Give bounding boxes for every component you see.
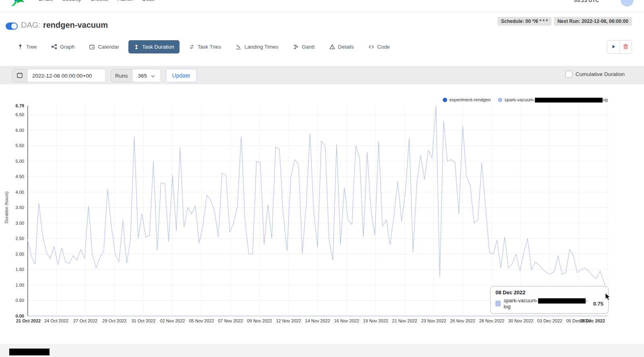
tab-code[interactable]: Code — [363, 40, 395, 53]
y-tick-label: 2.50 — [8, 236, 24, 241]
legend-item[interactable]: spark-vacuum-og — [498, 97, 608, 103]
cumulative-duration-checkbox[interactable] — [566, 71, 572, 78]
dag-label: DAG: — [21, 21, 41, 29]
x-tick-label: 16 Nov 2022 — [334, 318, 359, 323]
x-tick-label: 21 Nov 2022 — [392, 318, 417, 323]
play-icon — [611, 44, 616, 51]
tab-label: Tree — [26, 44, 37, 50]
base-date-input[interactable] — [27, 69, 105, 82]
x-tick-label: 26 Nov 2022 — [450, 318, 475, 323]
y-tick-label: 0.50 — [8, 298, 24, 303]
toggle-knob — [11, 23, 17, 29]
page-footer — [0, 344, 644, 357]
y-tick-label: 6.50 — [8, 112, 24, 117]
next-run-badge: Next Run: 2022-12-08, 06:00:00 — [554, 17, 632, 26]
nav-item-dags[interactable]: DAGs — [39, 0, 53, 2]
y-tick-label: 5.50 — [8, 143, 24, 148]
retry-icon — [189, 44, 195, 50]
schedule-badge: Schedule: 00 */6 * * * — [497, 17, 551, 26]
graph-icon — [51, 44, 57, 50]
tooltip-series-row: spark-vacuum--log 0.75 — [495, 298, 603, 310]
redaction-block — [9, 349, 50, 355]
y-tick-label: 5.00 — [8, 159, 24, 164]
chart-legend: experiment-rendgenspark-vacuum-og — [443, 97, 608, 103]
user-avatar[interactable] — [621, 0, 634, 6]
calendar-icon — [89, 44, 95, 50]
x-tick-label: 29 Oct 2022 — [102, 318, 126, 323]
hourglass-icon — [134, 44, 139, 50]
y-tick-label: 0.00 — [8, 314, 24, 318]
tab-landing-times[interactable]: Landing Times — [230, 40, 284, 53]
utc-clock: 05:23 UTC — [574, 0, 599, 3]
tooltip-series-name: spark-vacuum--log — [504, 298, 588, 310]
y-tick-label: 6.79 — [8, 103, 24, 108]
x-tick-label: 03 Dec 2022 — [537, 318, 562, 323]
x-tick-label: 27 Oct 2022 — [73, 318, 97, 323]
tab-label: Task Duration — [142, 44, 174, 50]
chart-filter-bar: Runs 365 Update Cumulative Duration — [0, 66, 644, 84]
nav-menu: DAGsSecurityBrowseAdminDocs — [39, 0, 154, 2]
y-tick-label: 4.50 — [8, 174, 24, 179]
x-tick-label: 09 Nov 2022 — [247, 318, 272, 323]
warning-triangle-icon — [329, 44, 335, 50]
tab-graph[interactable]: Graph — [46, 40, 80, 53]
tabs: TreeGraphCalendarTask DurationTask Tries… — [12, 40, 632, 53]
x-tick-label: 28 Nov 2022 — [479, 318, 504, 323]
line-plot — [27, 106, 611, 318]
legend-label: spark-vacuum-og — [504, 97, 608, 103]
y-tick-label: 1.50 — [8, 267, 24, 272]
cumulative-duration-label: Cumulative Duration — [576, 71, 625, 77]
tab-task-duration[interactable]: Task Duration — [128, 40, 179, 53]
tab-gantt[interactable]: Gantt — [288, 40, 320, 53]
num-runs-select[interactable]: 365 — [132, 69, 161, 82]
update-button[interactable]: Update — [166, 69, 197, 82]
trigger-dag-button[interactable] — [607, 41, 619, 53]
tab-calendar[interactable]: Calendar — [84, 40, 124, 53]
tab-details[interactable]: Details — [324, 40, 359, 53]
nav-item-docs[interactable]: Docs — [142, 0, 155, 2]
calendar-picker-icon — [17, 72, 23, 80]
nav-item-security[interactable]: Security — [62, 0, 81, 2]
legend-dot — [498, 98, 502, 102]
tab-label: Code — [377, 44, 390, 50]
dag-header: DAG:rendgen-vacuum Schedule: 00 */6 * * … — [0, 12, 644, 41]
view-tab-bar: TreeGraphCalendarTask DurationTask Tries… — [12, 40, 632, 57]
y-tick-label: 2.00 — [8, 252, 24, 256]
redaction-block — [538, 298, 586, 304]
y-tick-label: 4.00 — [8, 190, 24, 195]
page-title: DAG:rendgen-vacuum — [21, 21, 108, 30]
runs-label: Runs — [111, 69, 132, 82]
airflow-logo[interactable] — [10, 0, 25, 10]
y-tick-label: 3.50 — [8, 205, 24, 210]
trash-icon — [623, 43, 629, 51]
num-runs-value: 365 — [138, 73, 147, 79]
delete-dag-button[interactable] — [619, 41, 632, 53]
redaction-block — [535, 98, 603, 103]
y-tick-label: 1.00 — [8, 283, 24, 287]
mouse-cursor — [605, 293, 612, 303]
tab-label: Gantt — [302, 44, 315, 50]
x-tick-label: 12 Nov 2022 — [276, 318, 301, 323]
nav-item-admin[interactable]: Admin — [118, 0, 133, 2]
chart-tooltip: 08 Dec 2022 spark-vacuum--log 0.75 — [490, 286, 609, 314]
dag-pause-toggle[interactable] — [6, 23, 18, 30]
cumulative-control: Cumulative Duration — [566, 71, 625, 78]
legend-item[interactable]: experiment-rendgen — [443, 97, 491, 102]
y-tick-label: 3.00 — [8, 221, 24, 226]
top-navbar: DAGsSecurityBrowseAdminDocs 05:23 UTC — [0, 0, 644, 12]
legend-label: experiment-rendgen — [449, 97, 491, 102]
x-tick-label: 30 Nov 2022 — [508, 318, 533, 323]
x-tick-label: 05 Nov 2022 — [189, 318, 214, 323]
nav-item-browse[interactable]: Browse — [91, 0, 108, 2]
dag-name: rendgen-vacuum — [43, 21, 108, 29]
gantt-icon — [293, 44, 299, 50]
airflow-app: DAGsSecurityBrowseAdminDocs 05:23 UTC DA… — [0, 0, 644, 357]
tab-label: Details — [338, 44, 354, 50]
x-tick-label: 24 Oct 2022 — [44, 318, 68, 323]
tab-tree[interactable]: Tree — [12, 40, 42, 53]
x-tick-label: 08 Dec 2022 — [580, 318, 605, 323]
tab-task-tries[interactable]: Task Tries — [184, 40, 227, 53]
y-tick-label: 6.00 — [8, 128, 24, 133]
date-picker-addon[interactable] — [12, 69, 27, 82]
tab-label: Graph — [60, 44, 74, 50]
